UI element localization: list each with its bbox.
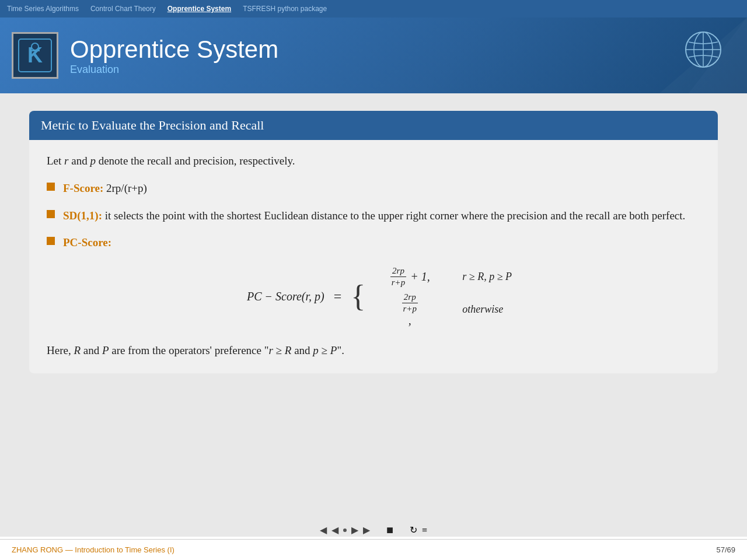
sd-value: it selects the point with the shortest E… — [105, 209, 686, 222]
bullet-pcscore: PC-Score: — [47, 235, 700, 251]
content-box-title: Metric to Evaluate the Precision and Rec… — [29, 111, 718, 140]
bullet-sd: SD(1,1): it selects the point with the s… — [47, 208, 700, 225]
frac-den-1: r+p — [390, 277, 407, 288]
content-box-body: Let r and p denote the recall and precis… — [29, 140, 718, 373]
frac-den-2: r+p — [402, 303, 418, 314]
nav-tsfresh[interactable]: TSFRESH python package — [243, 5, 327, 13]
closing-paragraph: Here, R and P are from the operators' pr… — [47, 342, 700, 359]
footer: ZHANG RONG — Introduction to Time Series… — [0, 539, 747, 560]
nav-arrow-left[interactable]: ◀ — [320, 524, 327, 536]
content-box: Metric to Evaluate the Precision and Rec… — [29, 111, 718, 373]
case-expr-1: 2rp r+p + 1, — [375, 266, 445, 288]
formula-case-2: 2rp r+p , otherwise — [375, 292, 512, 327]
svg-text:K: K — [27, 43, 43, 67]
fscore-value: 2rp/(r+p) — [106, 182, 147, 194]
fscore-label: F-Score: — [63, 182, 103, 194]
footer-page: 57/69 — [716, 545, 735, 554]
case-cond-1: r ≥ R, p ≥ P — [462, 271, 512, 283]
pcscore-label: PC-Score: — [63, 236, 111, 249]
nav-center-icon: ■ — [386, 523, 393, 537]
comma-2: , — [409, 314, 411, 327]
case-expr-2: 2rp r+p , — [375, 292, 445, 327]
svg-marker-9 — [689, 18, 747, 93]
bottom-navigation: ◀ ◀ ▶ ▶ ■ ↻ ≡ — [0, 523, 747, 537]
frac-num-2: 2rp — [402, 292, 418, 303]
slide-header: K Opprentice System Evaluation — [0, 18, 747, 93]
bullet-square-3 — [47, 237, 55, 245]
formula-cases: 2rp r+p + 1, r ≥ R, p ≥ P — [375, 266, 512, 327]
formula-equals: = — [334, 289, 342, 304]
frac-num-1: 2rp — [390, 266, 406, 277]
footer-author: ZHANG RONG — Introduction to Time Series… — [12, 545, 174, 554]
big-brace: { — [351, 281, 365, 312]
formula-section: PC − Score(r, p) = { 2rp r+p — [58, 266, 700, 327]
nav-opprentice[interactable]: Opprentice System — [167, 5, 231, 13]
plus-one: + 1, — [410, 270, 430, 284]
intro-paragraph: Let r and p denote the recall and precis… — [47, 155, 700, 167]
nav-time-series[interactable]: Time Series Algorithms — [7, 5, 79, 13]
nav-arrow-right[interactable]: ▶ — [351, 524, 358, 536]
formula-case-1: 2rp r+p + 1, r ≥ R, p ≥ P — [375, 266, 512, 288]
header-decoration — [630, 18, 747, 93]
sd-label: SD(1,1): — [63, 209, 102, 222]
nav-arrow-left2[interactable]: ◀ — [331, 524, 338, 536]
nav-menu-icon[interactable]: ≡ — [422, 525, 427, 536]
formula-container: PC − Score(r, p) = { 2rp r+p — [247, 266, 512, 327]
main-content: Metric to Evaluate the Precision and Rec… — [0, 93, 747, 537]
bullet-square-1 — [47, 183, 55, 191]
frac-2: 2rp r+p — [402, 292, 418, 314]
case-cond-2: otherwise — [462, 303, 503, 316]
bullet-pcscore-text: PC-Score: — [63, 235, 111, 251]
bullet-fscore-text: F-Score: 2rp/(r+p) — [63, 180, 147, 197]
bullet-square-2 — [47, 210, 55, 218]
bullet-fscore: F-Score: 2rp/(r+p) — [47, 180, 700, 197]
formula-lhs: PC − Score(r, p) — [247, 290, 324, 303]
top-navigation: Time Series Algorithms Control Chart The… — [0, 0, 747, 18]
frac-1: 2rp r+p — [390, 266, 407, 288]
logo: K — [12, 32, 58, 79]
nav-arrow-right2[interactable]: ▶ — [363, 524, 370, 536]
nav-control-chart[interactable]: Control Chart Theory — [90, 5, 156, 13]
nav-dot-1 — [343, 528, 347, 532]
bullet-sd-text: SD(1,1): it selects the point with the s… — [63, 208, 685, 225]
nav-undo-icon[interactable]: ↻ — [410, 524, 417, 536]
